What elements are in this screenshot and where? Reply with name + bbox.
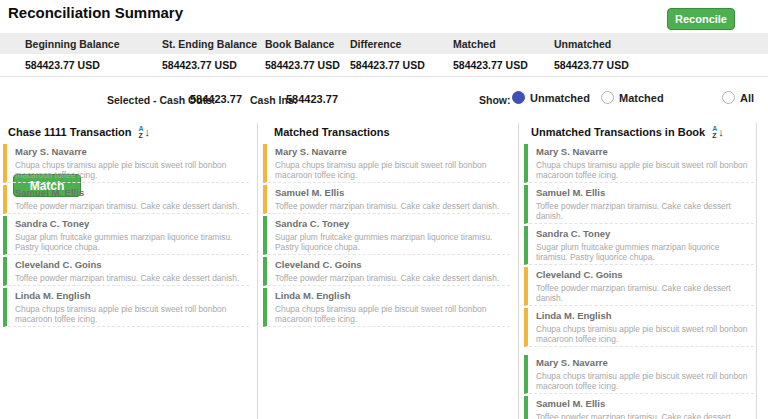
selected-cash-outs-value: 584423.77: [190, 93, 242, 105]
cash-ins-value: 584423.77: [286, 93, 338, 105]
page-title: Reconciliation Summary: [8, 4, 183, 21]
radio-matched[interactable]: Matched: [601, 91, 664, 104]
radio-label: All: [740, 92, 754, 104]
transaction-name: Linda M. English: [15, 290, 247, 302]
summary-column-label: Unmatched: [554, 38, 611, 50]
transaction-name: Mary S. Navarre: [15, 146, 247, 158]
transaction-name: Linda M. English: [275, 290, 508, 302]
transaction-description: Toffee powder marzipan tiramisu. Cake ca…: [15, 201, 247, 211]
summary-table-header: Beginning BalanceSt. Ending BalanceBook …: [0, 33, 768, 54]
transaction-description: Toffee powder marzipan tiramisu. Cake ca…: [536, 201, 752, 221]
summary-column-label: St. Ending Balance: [162, 38, 257, 50]
sort-az-icon[interactable]: AZ↓: [139, 125, 151, 139]
radio-dot-icon: [512, 91, 525, 104]
radio-label: Matched: [619, 92, 664, 104]
transaction-description: Sugar plum fruitcake gummies marzipan li…: [15, 232, 247, 252]
list-title-chase: Chase 1111 Transaction: [8, 126, 132, 138]
column-divider: [756, 123, 757, 419]
reconciliation-page: Reconciliation Summary Reconcile Beginni…: [0, 0, 768, 419]
summary-table-values: 584423.77 USD584423.77 USD584423.77 USD5…: [0, 54, 768, 77]
transaction-description: Chupa chups tiramisu apple pie biscuit s…: [275, 160, 508, 180]
transaction-description: Chupa chups tiramisu apple pie biscuit s…: [15, 304, 247, 324]
list-title-unmatched-book: Unmatched Transactions in Book: [531, 126, 705, 138]
transaction-item[interactable]: Sandra C. ToneySugar plum fruitcake gumm…: [3, 216, 249, 255]
summary-column-label: Beginning Balance: [25, 38, 120, 50]
transaction-description: Chupa chups tiramisu apple pie biscuit s…: [15, 160, 247, 180]
summary-value: 584423.77 USD: [350, 59, 425, 71]
transaction-name: Samuel M. Ellis: [15, 187, 247, 199]
transaction-item[interactable]: Samuel M. EllisToffee powder marzipan ti…: [524, 396, 754, 419]
transaction-item[interactable]: Linda M. EnglishChupa chups tiramisu app…: [524, 308, 754, 347]
transaction-name: Cleveland C. Goins: [275, 259, 508, 271]
radio-dot-icon: [601, 91, 614, 104]
column-divider: [257, 123, 258, 419]
radio-label: Unmatched: [530, 92, 590, 104]
transaction-description: Toffee powder marzipan tiramisu. Cake ca…: [536, 412, 752, 419]
list-header-unmatched-book: Unmatched Transactions in Book AZ↓: [531, 123, 724, 141]
summary-value: 584423.77 USD: [162, 59, 237, 71]
transaction-name: Samuel M. Ellis: [275, 187, 508, 199]
transaction-name: Samuel M. Ellis: [536, 187, 752, 199]
transaction-description: Chupa chups tiramisu apple pie biscuit s…: [536, 324, 752, 344]
transaction-name: Sandra C. Toney: [275, 218, 508, 230]
show-label: Show:: [479, 94, 511, 106]
transaction-description: Sugar plum fruitcake gummies marzipan li…: [275, 232, 508, 252]
transaction-item[interactable]: Cleveland C. GoinsToffee powder marzipan…: [524, 267, 754, 306]
unmatched-book-transactions-list: Mary S. NavarreChupa chups tiramisu appl…: [524, 144, 754, 419]
transaction-item[interactable]: Samuel M. EllisToffee powder marzipan ti…: [263, 185, 510, 214]
summary-value: 584423.77 USD: [25, 59, 100, 71]
transaction-description: Toffee powder marzipan tiramisu. Cake ca…: [275, 273, 508, 283]
transaction-name: Mary S. Navarre: [536, 146, 752, 158]
transaction-description: Sugar plum fruitcake gummies marzipan li…: [536, 242, 752, 262]
transaction-name: Cleveland C. Goins: [15, 259, 247, 271]
transaction-description: Chupa chups tiramisu apple pie biscuit s…: [275, 304, 508, 324]
transaction-name: Cleveland C. Goins: [536, 269, 752, 281]
transaction-name: Sandra C. Toney: [15, 218, 247, 230]
chase-transactions-list: Mary S. NavarreChupa chups tiramisu appl…: [3, 144, 249, 419]
arrow-down-icon: ↓: [145, 127, 151, 138]
reconcile-button[interactable]: Reconcile: [667, 8, 735, 30]
transaction-name: Sandra C. Toney: [536, 228, 752, 240]
transaction-item[interactable]: Mary S. NavarreChupa chups tiramisu appl…: [3, 144, 249, 183]
radio-all[interactable]: All: [722, 91, 754, 104]
transaction-item[interactable]: Samuel M. EllisToffee powder marzipan ti…: [3, 185, 249, 214]
transaction-item[interactable]: Sandra C. ToneySugar plum fruitcake gumm…: [263, 216, 510, 255]
summary-value: 584423.77 USD: [554, 59, 629, 71]
arrow-down-icon: ↓: [718, 127, 724, 138]
summary-value: 584423.77 USD: [453, 59, 528, 71]
transaction-item[interactable]: Mary S. NavarreChupa chups tiramisu appl…: [524, 355, 754, 394]
transaction-item[interactable]: Cleveland C. GoinsToffee powder marzipan…: [263, 257, 510, 286]
transaction-description: Toffee powder marzipan tiramisu. Cake ca…: [15, 273, 247, 283]
transaction-item[interactable]: Linda M. EnglishChupa chups tiramisu app…: [263, 288, 510, 327]
list-header-chase: Chase 1111 Transaction AZ↓: [8, 123, 150, 141]
transaction-item[interactable]: Linda M. EnglishChupa chups tiramisu app…: [3, 288, 249, 327]
radio-unmatched[interactable]: Unmatched: [512, 91, 590, 104]
radio-dot-icon: [722, 91, 735, 104]
list-title-matched: Matched Transactions: [274, 126, 390, 138]
transaction-description: Chupa chups tiramisu apple pie biscuit s…: [536, 160, 752, 180]
transaction-item[interactable]: Mary S. NavarreChupa chups tiramisu appl…: [524, 144, 754, 183]
summary-column-label: Book Balance: [265, 38, 334, 50]
transaction-name: Mary S. Navarre: [275, 146, 508, 158]
transaction-item[interactable]: Samuel M. EllisToffee powder marzipan ti…: [524, 185, 754, 224]
transaction-name: Samuel M. Ellis: [536, 398, 752, 410]
summary-value: 584423.77 USD: [265, 59, 340, 71]
transaction-description: Chupa chups tiramisu apple pie biscuit s…: [536, 371, 752, 391]
transaction-item[interactable]: Sandra C. ToneySugar plum fruitcake gumm…: [524, 226, 754, 265]
transaction-description: Toffee powder marzipan tiramisu. Cake ca…: [275, 201, 508, 211]
matched-transactions-list: Mary S. NavarreChupa chups tiramisu appl…: [263, 144, 510, 419]
match-toolbar: Match Selected - Cash Outs: 584423.77 Ca…: [0, 84, 768, 116]
transaction-name: Linda M. English: [536, 310, 752, 322]
transaction-description: Toffee powder marzipan tiramisu. Cake ca…: [536, 283, 752, 303]
summary-column-label: Difference: [350, 38, 401, 50]
list-header-matched: Matched Transactions: [274, 123, 390, 141]
sort-az-icon[interactable]: AZ↓: [712, 125, 724, 139]
transaction-item[interactable]: Cleveland C. GoinsToffee powder marzipan…: [3, 257, 249, 286]
transaction-item[interactable]: Mary S. NavarreChupa chups tiramisu appl…: [263, 144, 510, 183]
summary-column-label: Matched: [453, 38, 496, 50]
transaction-name: Mary S. Navarre: [536, 357, 752, 369]
column-divider: [518, 123, 519, 419]
